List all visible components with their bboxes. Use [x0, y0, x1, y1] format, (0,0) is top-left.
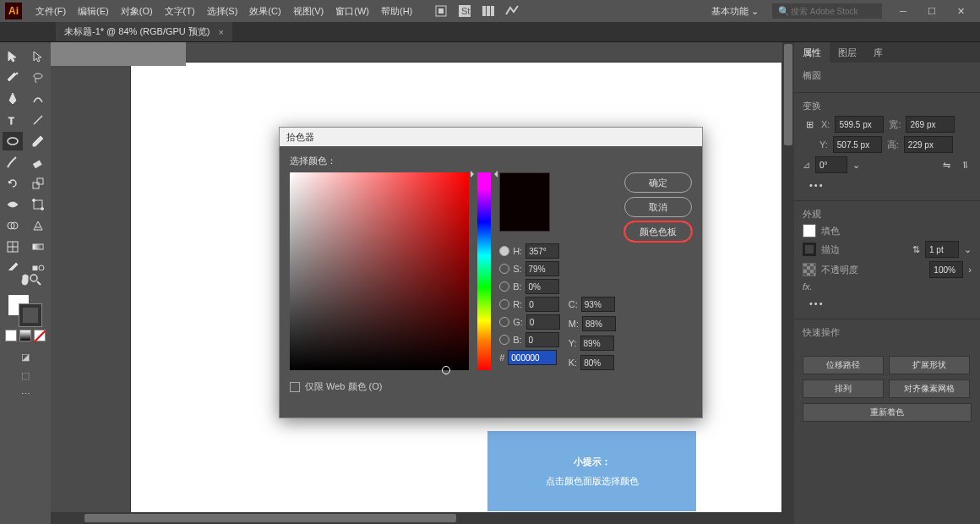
ellipse-tool[interactable]	[3, 132, 23, 150]
h-input[interactable]	[904, 136, 953, 153]
minimize-button[interactable]: ─	[889, 3, 917, 19]
maximize-button[interactable]: ☐	[917, 3, 946, 19]
tab-libraries[interactable]: 库	[865, 42, 891, 63]
lasso-tool[interactable]	[28, 68, 48, 87]
menu-window[interactable]: 窗口(W)	[330, 2, 374, 21]
scale-tool[interactable]	[28, 174, 48, 193]
swatches-button[interactable]: 颜色色板	[624, 221, 692, 242]
angle-input[interactable]	[815, 156, 847, 173]
pencil-tool[interactable]	[28, 132, 48, 150]
scrollbar-horizontal[interactable]	[51, 512, 782, 524]
pen-tool[interactable]	[3, 90, 23, 108]
cancel-button[interactable]: 取消	[624, 197, 692, 217]
tab-close-icon[interactable]: ×	[219, 27, 224, 37]
pixel-align-button[interactable]: 对齐像素网格	[889, 379, 970, 398]
paintbrush-tool[interactable]	[3, 153, 23, 172]
menu-file[interactable]: 文件(F)	[30, 2, 71, 21]
fill-stroke-swatches[interactable]	[4, 294, 46, 328]
line-tool[interactable]	[28, 111, 48, 129]
perspective-tool[interactable]	[28, 216, 48, 235]
x-input[interactable]	[835, 116, 884, 133]
link-icon[interactable]	[803, 139, 814, 150]
ycmyk-input[interactable]	[580, 336, 614, 351]
menu-edit[interactable]: 编辑(E)	[73, 2, 114, 21]
color-mode-solid[interactable]	[5, 330, 17, 341]
saturation-value-field[interactable]	[290, 172, 469, 370]
offset-path-button[interactable]: 位移路径	[803, 356, 884, 374]
g-radio[interactable]	[499, 317, 509, 327]
fill-color-swatch[interactable]	[803, 224, 816, 237]
stroke-dropdown-icon[interactable]: ⌄	[964, 244, 972, 255]
document-tab[interactable]: 未标题-1* @ 84% (RGB/GPU 预览) ×	[56, 22, 232, 41]
screenmode-icon[interactable]: ⬚	[19, 368, 32, 382]
opacity-swatch[interactable]	[803, 263, 816, 276]
fx-label[interactable]: fx.	[803, 281, 813, 292]
web-colors-checkbox[interactable]	[290, 382, 300, 392]
close-button[interactable]: ✕	[946, 3, 975, 19]
curvature-tool[interactable]	[28, 90, 48, 108]
angle-dropdown-icon[interactable]: ⌄	[852, 160, 860, 171]
stroke-color-swatch[interactable]	[803, 243, 816, 256]
c-input[interactable]	[581, 297, 615, 312]
drawmode-icon[interactable]: ◪	[19, 350, 32, 363]
b2-input[interactable]	[525, 332, 559, 347]
type-tool[interactable]: T	[3, 111, 23, 129]
gpu-icon[interactable]	[505, 4, 519, 18]
tab-layers[interactable]: 图层	[830, 42, 865, 63]
reference-point-icon[interactable]: ⊞	[803, 117, 816, 131]
color-mode-none[interactable]	[34, 330, 46, 341]
stroke-swatch[interactable]	[19, 304, 41, 326]
s-radio[interactable]	[499, 264, 509, 274]
opacity-input[interactable]	[929, 261, 963, 278]
menu-effect[interactable]: 效果(C)	[244, 2, 286, 21]
b-radio[interactable]	[499, 281, 509, 292]
expand-shape-button[interactable]: 扩展形状	[889, 356, 970, 374]
tab-properties[interactable]: 属性	[794, 42, 830, 63]
freetransform-tool[interactable]	[28, 195, 48, 214]
r-radio[interactable]	[499, 299, 509, 309]
direct-selection-tool[interactable]	[28, 47, 48, 66]
b-input[interactable]	[525, 279, 559, 294]
arrange-button[interactable]: 排列	[803, 379, 884, 398]
hex-input[interactable]	[508, 350, 557, 365]
menu-select[interactable]: 选择(S)	[202, 2, 243, 21]
menu-help[interactable]: 帮助(H)	[376, 2, 417, 21]
edit-toolbar-icon[interactable]: ⋯	[19, 387, 32, 401]
share-icon[interactable]	[434, 4, 448, 18]
m-input[interactable]	[582, 316, 616, 331]
color-mode-gradient[interactable]	[19, 330, 31, 341]
y-input[interactable]	[833, 136, 882, 153]
zoom-tool[interactable]	[27, 270, 44, 289]
g-input[interactable]	[526, 314, 560, 330]
b2-radio[interactable]	[499, 335, 509, 345]
menu-type[interactable]: 文字(T)	[160, 2, 200, 21]
selection-tool[interactable]	[3, 47, 23, 66]
rotate-tool[interactable]	[3, 174, 23, 193]
magic-wand-tool[interactable]	[3, 68, 23, 87]
scrollbar-vertical[interactable]	[782, 42, 794, 524]
stroke-weight-input[interactable]	[925, 241, 959, 258]
appearance-more-icon[interactable]: •••	[803, 295, 972, 312]
flip-h-icon[interactable]: ⇋	[939, 158, 953, 172]
shapebuilder-tool[interactable]	[3, 216, 23, 235]
flip-v-icon[interactable]: ⥮	[958, 158, 972, 172]
opacity-dropdown-icon[interactable]: ›	[968, 265, 972, 275]
stock-icon[interactable]: St	[458, 4, 471, 18]
r-input[interactable]	[525, 297, 559, 312]
h-input[interactable]	[525, 243, 559, 259]
arrange-icon[interactable]	[482, 4, 495, 18]
stock-search[interactable]: 🔍	[772, 3, 882, 19]
recolor-button[interactable]: 重新着色	[803, 403, 972, 422]
gradient-tool[interactable]	[28, 237, 48, 256]
k-input[interactable]	[580, 355, 614, 370]
h-radio[interactable]	[499, 246, 509, 256]
hue-slider[interactable]	[477, 172, 491, 370]
stroke-stepper-icon[interactable]: ⇅	[912, 244, 920, 255]
ok-button[interactable]: 确定	[624, 172, 692, 193]
s-input[interactable]	[525, 261, 559, 276]
width-tool[interactable]	[3, 195, 23, 214]
sv-cursor[interactable]	[442, 366, 450, 374]
transform-more-icon[interactable]: •••	[803, 177, 972, 194]
menu-object[interactable]: 对象(O)	[116, 2, 158, 21]
menu-view[interactable]: 视图(V)	[288, 2, 329, 21]
